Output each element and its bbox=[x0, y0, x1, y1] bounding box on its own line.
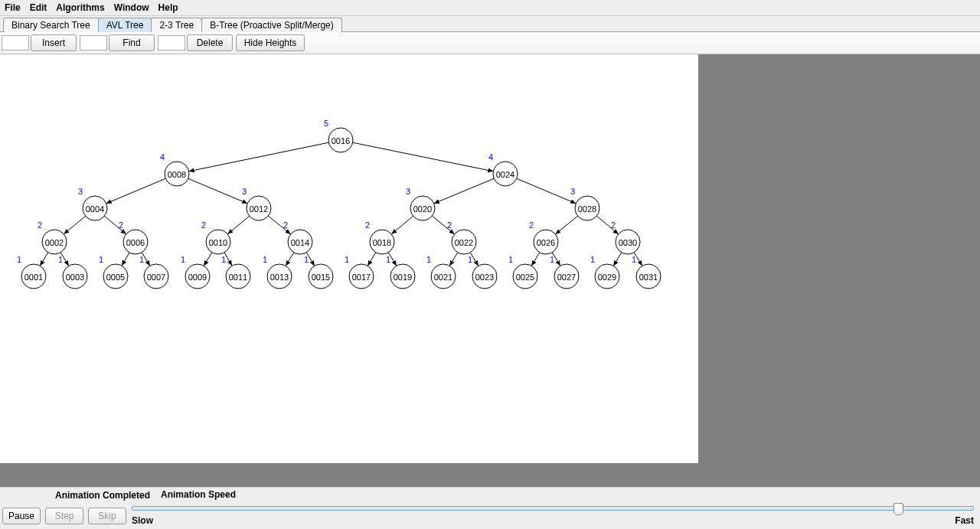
tree-node: 00291 bbox=[590, 255, 619, 289]
tree-node: 00102 bbox=[201, 220, 230, 254]
svg-text:0028: 0028 bbox=[578, 204, 596, 214]
height-label: 1 bbox=[221, 255, 226, 264]
tree-node: 00165 bbox=[324, 119, 353, 152]
tree-edge bbox=[122, 253, 129, 266]
tree-node: 00151 bbox=[304, 255, 333, 289]
tab-avl[interactable]: AVL Tree bbox=[98, 18, 152, 32]
height-label: 1 bbox=[181, 255, 185, 264]
svg-text:0008: 0008 bbox=[168, 170, 186, 179]
tree-node: 00011 bbox=[17, 255, 46, 289]
tree-node: 00051 bbox=[99, 255, 128, 289]
tab-bar: Binary Search Tree AVL Tree 2-3 Tree B-T… bbox=[0, 16, 980, 32]
tab-23[interactable]: 2-3 Tree bbox=[151, 18, 202, 32]
tree-edge bbox=[353, 142, 494, 171]
svg-text:0013: 0013 bbox=[270, 273, 289, 282]
skip-button[interactable]: Skip bbox=[88, 508, 126, 524]
menu-file[interactable]: File bbox=[5, 2, 21, 13]
height-label: 2 bbox=[283, 220, 288, 230]
svg-text:0029: 0029 bbox=[598, 273, 616, 282]
svg-text:0020: 0020 bbox=[413, 204, 432, 214]
tree-edge bbox=[613, 253, 622, 266]
tree-node: 00043 bbox=[78, 187, 107, 220]
tree-node: 00191 bbox=[386, 255, 415, 289]
find-input[interactable] bbox=[80, 35, 107, 51]
tree-node: 00071 bbox=[139, 255, 168, 289]
find-button[interactable]: Find bbox=[109, 34, 155, 51]
svg-text:0021: 0021 bbox=[434, 273, 452, 282]
svg-text:0002: 0002 bbox=[45, 238, 64, 247]
svg-text:0006: 0006 bbox=[126, 238, 145, 247]
tree-edge bbox=[227, 216, 249, 234]
svg-text:0018: 0018 bbox=[373, 238, 391, 247]
delete-button[interactable]: Delete bbox=[187, 34, 233, 51]
tree-node: 00283 bbox=[570, 187, 599, 220]
tree-node: 00262 bbox=[529, 220, 558, 254]
tree-node: 00171 bbox=[345, 255, 374, 289]
height-label: 1 bbox=[139, 255, 144, 264]
svg-text:0022: 0022 bbox=[455, 238, 473, 247]
tree-node: 00182 bbox=[365, 220, 394, 254]
height-label: 1 bbox=[386, 255, 390, 264]
tree-node: 00231 bbox=[468, 255, 497, 289]
svg-text:0011: 0011 bbox=[229, 273, 247, 282]
height-label: 1 bbox=[426, 255, 431, 264]
height-label: 2 bbox=[201, 220, 206, 230]
height-label: 2 bbox=[529, 220, 534, 230]
svg-text:0003: 0003 bbox=[66, 273, 84, 282]
hide-heights-button[interactable]: Hide Heights bbox=[236, 34, 305, 51]
animation-status: Animation Completed bbox=[0, 490, 155, 501]
tab-btree[interactable]: B-Tree (Proactive Split/Merge) bbox=[201, 18, 342, 32]
svg-text:0027: 0027 bbox=[557, 273, 576, 282]
height-label: 2 bbox=[365, 220, 370, 230]
slow-label: Slow bbox=[132, 515, 153, 526]
tree-node: 00111 bbox=[221, 255, 250, 289]
tree-node: 00022 bbox=[38, 220, 67, 254]
speed-slider[interactable] bbox=[132, 506, 974, 511]
height-label: 2 bbox=[119, 220, 123, 230]
svg-text:0016: 0016 bbox=[332, 136, 350, 145]
svg-text:0001: 0001 bbox=[24, 273, 43, 282]
tree-node: 00084 bbox=[160, 152, 189, 186]
tree-node: 00251 bbox=[508, 255, 537, 289]
svg-text:0009: 0009 bbox=[188, 273, 207, 282]
speed-slider-thumb[interactable] bbox=[893, 503, 903, 515]
tree-node: 00031 bbox=[58, 255, 87, 289]
tree-node: 00271 bbox=[550, 255, 579, 289]
tree-node: 00062 bbox=[119, 220, 148, 254]
insert-button[interactable]: Insert bbox=[31, 34, 77, 51]
insert-input[interactable] bbox=[2, 35, 29, 51]
height-label: 3 bbox=[242, 187, 247, 196]
svg-text:0010: 0010 bbox=[209, 238, 227, 247]
delete-input[interactable] bbox=[158, 35, 185, 51]
tree-node: 00091 bbox=[181, 255, 210, 289]
svg-text:0023: 0023 bbox=[475, 273, 494, 282]
fast-label: Fast bbox=[955, 515, 974, 526]
tree-edge bbox=[64, 216, 85, 234]
step-button[interactable]: Step bbox=[45, 508, 83, 524]
height-label: 1 bbox=[508, 255, 513, 264]
height-label: 1 bbox=[17, 255, 21, 264]
menu-help[interactable]: Help bbox=[158, 2, 178, 13]
menu-algorithms[interactable]: Algorithms bbox=[56, 2, 104, 13]
tree-canvas: 0016500084002440004300123002030028300022… bbox=[0, 54, 698, 463]
height-label: 1 bbox=[468, 255, 472, 264]
tree-edge bbox=[189, 142, 329, 171]
speed-label: Animation Speed bbox=[158, 489, 974, 500]
tree-node: 00142 bbox=[283, 220, 312, 254]
pause-button[interactable]: Pause bbox=[2, 508, 41, 524]
menubar: File Edit Algorithms Window Help bbox=[0, 0, 980, 16]
menu-edit[interactable]: Edit bbox=[30, 2, 47, 13]
tree-edge bbox=[555, 216, 577, 234]
tab-bst[interactable]: Binary Search Tree bbox=[3, 18, 99, 32]
tree-node: 00244 bbox=[488, 152, 518, 186]
height-label: 1 bbox=[590, 255, 595, 264]
svg-text:0017: 0017 bbox=[352, 273, 371, 282]
toolbar: Insert Find Delete Hide Heights bbox=[0, 32, 980, 54]
height-label: 1 bbox=[304, 255, 309, 264]
menu-window[interactable]: Window bbox=[114, 2, 149, 13]
height-label: 1 bbox=[263, 255, 267, 264]
svg-text:0012: 0012 bbox=[250, 204, 268, 214]
svg-text:0004: 0004 bbox=[86, 204, 104, 214]
svg-text:0015: 0015 bbox=[312, 273, 330, 282]
height-label: 3 bbox=[78, 187, 83, 196]
